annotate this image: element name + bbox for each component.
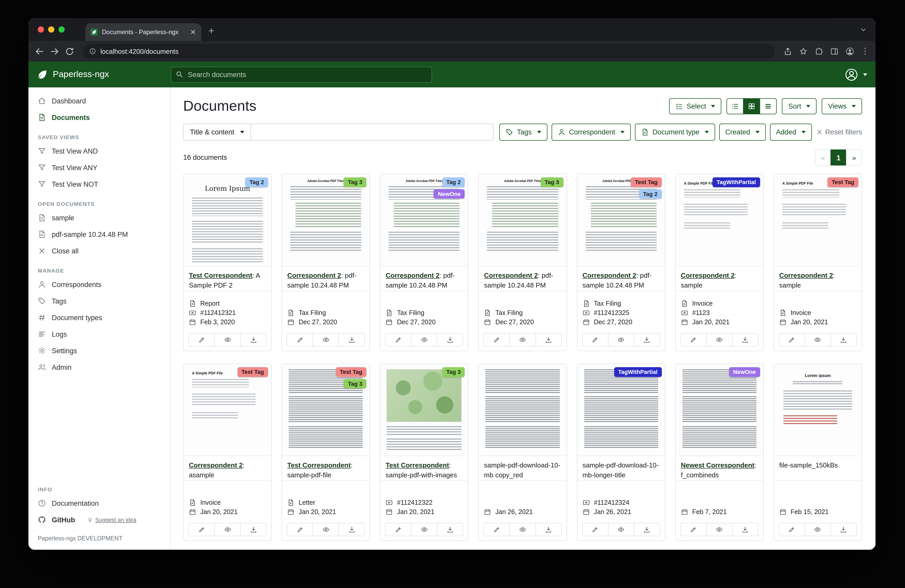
document-correspondent[interactable]: Correspondent 2	[681, 271, 735, 279]
tag-badge[interactable]: Tag 2	[442, 178, 465, 187]
document-thumbnail[interactable]: Adobe Acrobat PDF Files Tag 3	[282, 174, 370, 266]
document-thumbnail[interactable]: TagWithPartial	[577, 364, 665, 456]
document-correspondent[interactable]: Correspondent 2	[287, 271, 341, 279]
details-view-button[interactable]	[760, 98, 777, 114]
document-title-link[interactable]: Newest Correspondent: f_combineds	[681, 461, 756, 479]
added-filter-button[interactable]: Added	[770, 124, 811, 141]
browser-menu-icon[interactable]: ⋮	[861, 47, 869, 55]
document-title-link[interactable]: Correspondent 2: sample	[681, 271, 736, 289]
document-title-link[interactable]: Test Correspondent: A Sample PDF 2	[189, 271, 260, 289]
view-document-button[interactable]	[510, 333, 536, 347]
edit-document-button[interactable]	[779, 333, 805, 347]
grid-view-button[interactable]	[743, 98, 761, 114]
document-thumbnail[interactable]: A Simple PDF File Test Tag	[184, 364, 271, 456]
site-info-icon[interactable]	[89, 48, 96, 55]
tag-badge[interactable]: TagWithPartial	[713, 178, 760, 187]
document-title-link[interactable]: Correspondent 2: pdf-sample 10.24.48 PM	[583, 271, 651, 289]
search-input[interactable]	[171, 67, 432, 82]
new-tab-button[interactable]	[208, 27, 215, 37]
tag-badge[interactable]: NewOne	[434, 189, 465, 198]
download-document-button[interactable]	[830, 523, 857, 536]
download-document-button[interactable]	[535, 333, 562, 347]
sidebar-item-test-view-and[interactable]: Test View AND	[29, 143, 170, 159]
document-type-filter-button[interactable]: Document type	[635, 124, 715, 141]
tag-badge[interactable]: Tag 2	[639, 189, 662, 198]
view-document-button[interactable]	[510, 523, 536, 536]
close-window-button[interactable]	[38, 26, 44, 33]
download-document-button[interactable]	[437, 333, 464, 347]
document-correspondent[interactable]: Correspondent 2	[386, 271, 440, 279]
document-thumbnail[interactable]	[479, 364, 566, 456]
edit-document-button[interactable]	[484, 333, 510, 347]
document-title-link[interactable]: Correspondent 2: pdf-sample 10.24.48 PM	[386, 271, 455, 289]
document-title-link[interactable]: Correspondent 2: pdf-sample 10.24.48 PM	[484, 271, 553, 289]
document-correspondent[interactable]: Correspondent 2	[484, 271, 538, 279]
document-correspondent[interactable]: Correspondent 2	[779, 271, 833, 279]
sidebar-item-test-view-not[interactable]: Test View NOT	[29, 176, 170, 192]
edit-document-button[interactable]	[582, 333, 608, 347]
tag-badge[interactable]: NewOne	[729, 367, 760, 377]
document-thumbnail[interactable]: Adobe Acrobat PDF Files Tag 3	[479, 174, 566, 266]
browser-profile-icon[interactable]	[846, 47, 854, 55]
edit-document-button[interactable]	[385, 523, 411, 536]
tag-badge[interactable]: Tag 3	[344, 379, 367, 388]
document-title-link[interactable]: Correspondent 2: pdf-sample 10.24.48 PM	[287, 271, 356, 289]
download-document-button[interactable]	[240, 523, 267, 536]
back-icon[interactable]	[35, 46, 44, 56]
edit-document-button[interactable]	[680, 523, 707, 536]
download-document-button[interactable]	[338, 333, 365, 347]
sidebar-item-github[interactable]: GitHub Suggest an idea	[29, 512, 170, 528]
sidebar-item-correspondents[interactable]: Correspondents	[29, 276, 170, 293]
views-button[interactable]: Views	[822, 98, 862, 114]
view-document-button[interactable]	[411, 523, 438, 536]
sidebar-item-documentation[interactable]: Documentation	[29, 495, 170, 512]
view-document-button[interactable]	[214, 523, 241, 536]
page-1-button[interactable]: 1	[830, 149, 846, 165]
tag-badge[interactable]: Tag 3	[344, 178, 367, 187]
document-title-link[interactable]: Correspondent 2: asample	[189, 461, 245, 479]
reload-icon[interactable]	[65, 46, 75, 56]
view-document-button[interactable]	[313, 523, 339, 536]
sidebar-item-document-types[interactable]: Document types	[29, 309, 170, 326]
sidebar-item-admin[interactable]: Admin	[29, 359, 170, 376]
document-thumbnail[interactable]: Lorem ipsum	[774, 364, 862, 456]
view-document-button[interactable]	[805, 333, 831, 347]
download-document-button[interactable]	[437, 523, 464, 536]
document-title-link[interactable]: sample-pdf-download-10-mb copy_red	[484, 461, 560, 479]
view-document-button[interactable]	[608, 333, 634, 347]
edit-document-button[interactable]	[582, 523, 608, 536]
edit-document-button[interactable]	[287, 333, 313, 347]
edit-document-button[interactable]	[385, 333, 411, 347]
tag-badge[interactable]: Test Tag	[631, 178, 662, 187]
download-document-button[interactable]	[634, 333, 660, 347]
correspondent-filter-button[interactable]: Correspondent	[551, 124, 631, 141]
share-icon[interactable]	[783, 47, 792, 55]
document-title-link[interactable]: sample-pdf-download-10-mb-longer-title	[583, 461, 659, 479]
document-thumbnail[interactable]: A Simple PDF File TagWithPartial	[675, 174, 763, 266]
app-brand[interactable]: Paperless-ngx	[37, 69, 171, 80]
document-thumbnail[interactable]: Adobe Acrobat PDF Files Tag 2NewOne	[381, 174, 468, 266]
document-correspondent[interactable]: Test Correspondent	[189, 271, 252, 279]
sidebar-item-documents[interactable]: Documents	[29, 109, 170, 126]
user-menu[interactable]	[845, 68, 867, 81]
browser-tab[interactable]: Documents - Paperless-ngx ✕	[86, 23, 201, 41]
sidebar-item-open-doc-sample[interactable]: sample	[29, 209, 170, 226]
address-bar[interactable]: localhost:4200/documents	[83, 44, 775, 59]
sidebar-item-tags[interactable]: Tags	[29, 293, 170, 309]
sidebar-item-settings[interactable]: Settings	[29, 342, 170, 359]
next-page-button[interactable]: »	[846, 149, 862, 165]
download-document-button[interactable]	[732, 523, 759, 536]
download-document-button[interactable]	[240, 333, 267, 347]
view-document-button[interactable]	[608, 523, 634, 536]
document-thumbnail[interactable]: A Simple PDF File Test Tag	[774, 174, 862, 266]
filter-field-selector-button[interactable]: Title & content	[183, 124, 251, 141]
list-view-button[interactable]	[727, 98, 744, 114]
document-correspondent[interactable]: Test Correspondent	[287, 461, 351, 469]
document-thumbnail[interactable]: Test TagTag 3	[282, 364, 370, 456]
select-button[interactable]: Select	[669, 98, 722, 114]
sort-button[interactable]: Sort	[782, 98, 817, 114]
view-document-button[interactable]	[706, 333, 733, 347]
edit-document-button[interactable]	[287, 523, 313, 536]
tab-close-icon[interactable]: ✕	[190, 29, 196, 36]
created-filter-button[interactable]: Created	[719, 124, 765, 141]
